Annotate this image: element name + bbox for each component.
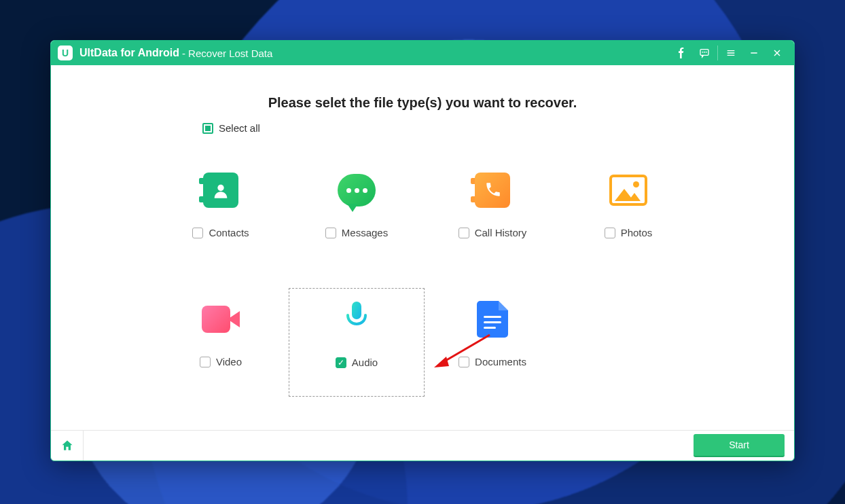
tile-documents[interactable]: Documents (425, 288, 560, 397)
tile-contacts[interactable]: Contacts (153, 159, 289, 268)
tile-label: Messages (342, 227, 388, 238)
page-heading: Please selet the file type(s) you want t… (85, 95, 760, 111)
svg-point-2 (704, 52, 705, 52)
call-history-icon (475, 173, 510, 208)
tile-photos[interactable]: Photos (560, 159, 696, 268)
tile-label: Documents (475, 356, 526, 367)
tile-label: Video (216, 356, 242, 367)
home-button[interactable] (51, 431, 84, 461)
checkbox-checked-icon (336, 357, 346, 368)
tile-label: Contacts (209, 227, 249, 238)
app-window: U UltData for Android - Recover Lost Dat… (50, 40, 795, 461)
tile-label: Call History (475, 227, 527, 238)
titlebar: U UltData for Android - Recover Lost Dat… (51, 41, 794, 65)
audio-icon (343, 300, 370, 340)
app-subtitle: - Recover Lost Data (182, 48, 272, 59)
tile-messages[interactable]: Messages (289, 159, 425, 268)
titlebar-separator (717, 46, 718, 60)
checkbox-icon (325, 228, 336, 238)
app-title: UltData for Android (79, 47, 179, 59)
minimize-button[interactable] (742, 41, 766, 65)
tile-label: Photos (621, 227, 653, 238)
start-button[interactable]: Start (694, 434, 785, 457)
feedback-icon[interactable] (693, 41, 716, 65)
app-logo-icon: U (58, 46, 73, 60)
photos-icon (609, 175, 647, 206)
svg-point-3 (706, 52, 706, 52)
checkbox-icon (459, 228, 469, 238)
messages-icon (338, 174, 376, 206)
select-all-checkbox[interactable]: Select all (202, 122, 260, 134)
checkbox-icon (200, 357, 211, 367)
menu-icon[interactable] (719, 41, 742, 65)
documents-icon (477, 301, 508, 338)
select-all-label: Select all (219, 122, 260, 134)
close-button[interactable] (766, 41, 789, 65)
contacts-icon (203, 173, 238, 208)
tile-video[interactable]: Video (153, 288, 289, 397)
svg-point-1 (702, 52, 703, 52)
svg-point-10 (217, 185, 223, 191)
checkbox-icon (192, 228, 203, 238)
tile-label: Audio (352, 357, 378, 368)
file-type-grid: Contacts Messages Call History (153, 159, 696, 397)
tile-audio[interactable]: Audio (289, 288, 425, 397)
footer-bar: Start (51, 430, 794, 461)
checkbox-indeterminate-icon (202, 123, 213, 134)
tile-call-history[interactable]: Call History (425, 159, 560, 268)
checkbox-icon (459, 357, 469, 367)
checkbox-icon (605, 228, 615, 238)
svg-rect-11 (352, 302, 361, 319)
video-icon (202, 306, 240, 333)
facebook-icon[interactable] (670, 41, 693, 65)
content-area: Please selet the file type(s) you want t… (51, 65, 794, 430)
